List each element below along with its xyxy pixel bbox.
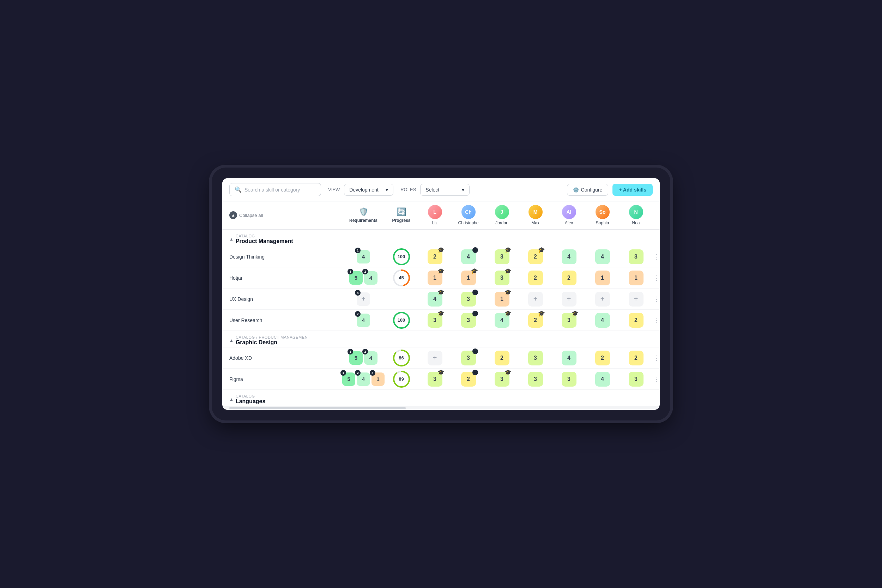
warning-icon: ! [472,247,478,253]
person-name-jordan: Jordan [495,220,508,225]
chevron-up-icon: ▲ [230,211,237,219]
req-badge: 1 5 [342,372,355,386]
count-badge: 2 [362,269,368,274]
sections-container: ▲ Catalog Product Management Design Thin… [222,230,660,406]
search-icon: 🔍 [235,186,242,193]
person-cell-0-1-3: 2 [519,270,552,285]
person-cell-1-0-1: 3 ! [452,351,485,365]
person-cell-1-0-5: 2 [586,351,619,365]
more-menu-0-3[interactable]: ⋮ [652,316,660,324]
progress-circle: 86 [392,349,411,367]
section-2: ▲ Catalog Languages [222,390,660,406]
person-cell-0-3-4: 3 🎓 [552,313,586,328]
person-cell-0-1-6: 1 [619,270,652,285]
device-frame: 🔍 Search a skill or category VIEW Develo… [212,168,670,420]
req-badge: 2 4 [357,314,370,327]
progress-cell-1-0: 86 [384,349,418,367]
table-inner: ▲ Collapse all 🛡️ Requirements 🔄 Progres… [222,201,660,406]
section-collapse-icon[interactable]: ▲ [230,338,234,343]
search-placeholder: Search a skill or category [244,187,300,193]
req-badge: 1 4 [357,250,370,264]
person-cell-0-1-5: 1 [586,270,619,285]
avatar-jordan: J [495,205,509,219]
more-menu-0-1[interactable]: ⋮ [652,274,660,282]
person-cell-0-3-2: 4 🎓 [485,313,519,328]
skill-name-0-1: Hotjar [222,272,342,284]
shield-icon: 🛡️ [359,207,368,217]
progress-value: 100 [398,318,405,323]
score-badge: 1 🎓 [461,270,476,285]
collapse-all-label: Collapse all [239,213,263,218]
view-dropdown[interactable]: Development ▾ [344,184,393,196]
requirements-label: Requirements [349,218,378,223]
warning-icon: ! [472,311,478,316]
graduation-icon: 🎓 [438,289,444,296]
person-cell-0-1-1: 1 🎓 [452,270,485,285]
score-badge: 3 [528,372,543,387]
more-menu-1-1[interactable]: ⋮ [652,375,660,383]
person-name-liz: Liz [432,220,438,225]
graduation-icon: 🎓 [504,246,512,253]
more-menu-0-0[interactable]: ⋮ [652,253,660,261]
score-plus[interactable]: + [595,292,610,306]
score-badge: 4 🎓 [428,292,442,306]
collapse-all-button[interactable]: ▲ Collapse all [230,210,263,220]
score-plus[interactable]: + [629,292,644,306]
score-plus[interactable]: + [528,292,543,306]
reqs-cell-0-3: 2 4 [342,314,384,327]
avatar-sophia: So [596,205,610,219]
progress-cell-0-3: 100 [384,311,418,330]
person-cell-0-0-1: 4 ! [452,249,485,264]
skill-row-1-1: Figma 1 5 2 4 3 1 89 3 🎓 2 ! [222,369,660,390]
person-cell-0-2-3[interactable]: + [519,292,552,306]
progress-circle: 100 [392,311,411,330]
score-badge: 1 [595,270,610,285]
graduation-icon: 🎓 [538,310,545,317]
score-badge: 3 [562,372,576,387]
score-badge: 4 [595,372,610,387]
person-cell-0-2-6[interactable]: + [619,292,652,306]
person-cell-0-2-2: 1 🎓 [485,292,519,306]
person-cell-0-2-4[interactable]: + [552,292,586,306]
roles-dropdown[interactable]: Select ▾ [420,184,470,196]
section-collapse-icon[interactable]: ▲ [230,237,234,242]
progress-value: 45 [399,275,404,280]
configure-button[interactable]: ⚙️ Configure [567,184,609,196]
req-badge: 3 1 [372,372,384,386]
req-badge-plus[interactable]: 4 + [357,292,370,306]
requirements-header: 🛡️ Requirements [342,207,384,223]
avatar-alex: Al [562,205,576,219]
person-name-sophia: Sophia [596,220,609,225]
person-cell-1-0-0[interactable]: + [418,351,452,365]
progress-cell-0-0: 100 [384,248,418,266]
scrollbar-area [222,406,660,410]
person-headers: L Liz Ch Christophe J Jordan M Max Al Al… [418,205,652,225]
roles-value: Select [426,187,439,193]
search-box[interactable]: 🔍 Search a skill or category [230,183,321,196]
score-badge: 4 [595,313,610,328]
count-badge: 1 [340,370,346,376]
section-collapse-icon[interactable]: ▲ [230,397,234,402]
score-badge: 2 [629,351,644,365]
section-catalog-2: Catalog [236,394,265,398]
skill-name-0-3: User Research [222,314,342,327]
scrollbar-track[interactable] [230,407,406,409]
skill-name-0-0: Design Thinking [222,250,342,263]
chevron-down-icon: ▾ [386,187,388,193]
section-0: ▲ Catalog Product Management Design Thin… [222,230,660,331]
warning-icon: ! [472,290,478,295]
score-badge: 2 [629,313,644,328]
progress-value: 89 [399,376,404,382]
skill-row-0-0: Design Thinking 1 4 100 2 🎓 4 ! [222,246,660,267]
person-cell-0-2-0: 4 🎓 [418,292,452,306]
score-plus[interactable]: + [562,292,576,306]
avatar-liz: L [428,205,442,219]
person-header-sophia: So Sophia [586,205,619,225]
person-header-noa: N Noa [619,205,652,225]
more-menu-1-0[interactable]: ⋮ [652,354,660,362]
more-menu-0-2[interactable]: ⋮ [652,295,660,303]
add-skills-button[interactable]: + Add skills [612,184,652,196]
score-plus[interactable]: + [428,351,442,365]
person-cell-0-2-5[interactable]: + [586,292,619,306]
section-title-0: Product Management [236,238,293,244]
